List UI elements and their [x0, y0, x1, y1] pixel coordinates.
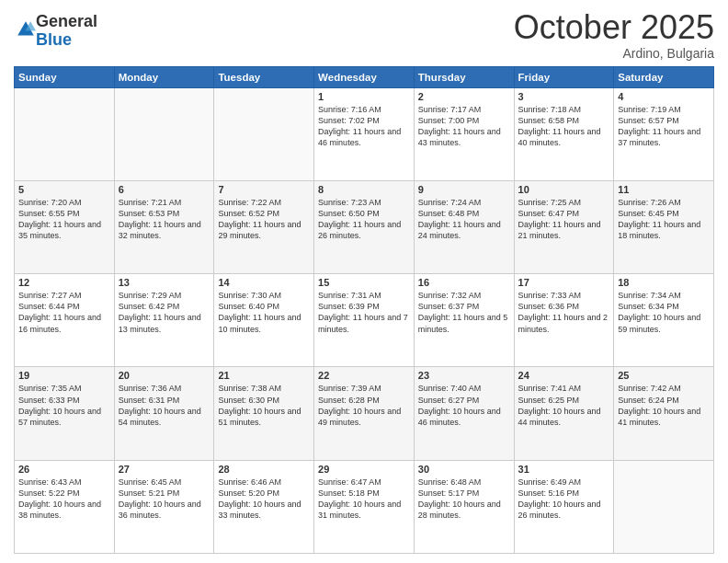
day-number: 11 — [618, 184, 710, 195]
sunrise-label: Sunrise: 6:46 AM — [218, 477, 281, 487]
sunrise-label: Sunrise: 6:43 AM — [18, 477, 82, 487]
sunset-label: Sunset: 6:36 PM — [518, 302, 580, 311]
day-info: Sunrise: 7:19 AM Sunset: 6:57 PM Dayligh… — [618, 104, 710, 149]
sunrise-label: Sunrise: 6:49 AM — [518, 477, 582, 487]
day-number: 7 — [218, 184, 310, 195]
sunrise-label: Sunrise: 7:41 AM — [518, 384, 582, 393]
sunrise-label: Sunrise: 7:33 AM — [518, 291, 582, 300]
daylight-label: Daylight: 11 hours and 35 minutes. — [18, 220, 101, 240]
daylight-label: Daylight: 10 hours and 46 minutes. — [418, 407, 501, 427]
daylight-label: Daylight: 11 hours and 10 minutes. — [218, 313, 301, 333]
sunset-label: Sunset: 6:33 PM — [18, 396, 80, 405]
sunrise-label: Sunrise: 7:22 AM — [218, 198, 281, 207]
sunset-label: Sunset: 6:53 PM — [119, 209, 180, 218]
header: General Blue October 2025 Ardino, Bulgar… — [14, 9, 714, 61]
table-row: 20 Sunrise: 7:36 AM Sunset: 6:31 PM Dayl… — [114, 367, 214, 460]
day-number: 30 — [418, 464, 510, 475]
sunrise-label: Sunrise: 6:47 AM — [318, 477, 381, 487]
day-info: Sunrise: 7:40 AM Sunset: 6:27 PM Dayligh… — [418, 383, 510, 428]
sunset-label: Sunset: 6:40 PM — [218, 302, 279, 311]
sunrise-label: Sunrise: 7:35 AM — [18, 384, 82, 393]
day-info: Sunrise: 7:31 AM Sunset: 6:39 PM Dayligh… — [318, 290, 410, 335]
daylight-label: Daylight: 11 hours and 13 minutes. — [119, 313, 201, 333]
sunset-label: Sunset: 5:21 PM — [119, 488, 180, 498]
table-row: 10 Sunrise: 7:25 AM Sunset: 6:47 PM Dayl… — [514, 180, 614, 273]
sunrise-label: Sunrise: 7:42 AM — [618, 384, 681, 393]
day-number: 12 — [18, 277, 110, 288]
day-info: Sunrise: 7:35 AM Sunset: 6:33 PM Dayligh… — [18, 383, 110, 428]
table-row: 31 Sunrise: 6:49 AM Sunset: 5:16 PM Dayl… — [514, 460, 614, 553]
table-row: 24 Sunrise: 7:41 AM Sunset: 6:25 PM Dayl… — [514, 367, 614, 460]
day-number: 23 — [418, 370, 510, 381]
col-monday: Monday — [114, 66, 214, 87]
table-row: 16 Sunrise: 7:32 AM Sunset: 6:37 PM Dayl… — [414, 274, 514, 367]
day-number: 8 — [318, 184, 410, 195]
sunset-label: Sunset: 6:58 PM — [518, 116, 580, 125]
daylight-label: Daylight: 11 hours and 2 minutes. — [518, 313, 609, 333]
daylight-label: Daylight: 10 hours and 36 minutes. — [119, 500, 201, 520]
table-row: 14 Sunrise: 7:30 AM Sunset: 6:40 PM Dayl… — [214, 274, 314, 367]
col-friday: Friday — [514, 66, 614, 87]
day-info: Sunrise: 7:25 AM Sunset: 6:47 PM Dayligh… — [518, 197, 610, 242]
sunrise-label: Sunrise: 7:39 AM — [318, 384, 381, 393]
table-row: 11 Sunrise: 7:26 AM Sunset: 6:45 PM Dayl… — [614, 180, 714, 273]
sunset-label: Sunset: 6:27 PM — [418, 396, 480, 405]
daylight-label: Daylight: 11 hours and 37 minutes. — [618, 127, 700, 147]
day-info: Sunrise: 7:38 AM Sunset: 6:30 PM Dayligh… — [218, 383, 310, 428]
day-number: 19 — [18, 370, 110, 381]
sunrise-label: Sunrise: 7:30 AM — [218, 291, 281, 300]
day-info: Sunrise: 6:46 AM Sunset: 5:20 PM Dayligh… — [218, 477, 310, 522]
calendar-header-row: Sunday Monday Tuesday Wednesday Thursday… — [15, 66, 714, 87]
day-info: Sunrise: 7:21 AM Sunset: 6:53 PM Dayligh… — [119, 197, 210, 242]
table-row: 28 Sunrise: 6:46 AM Sunset: 5:20 PM Dayl… — [214, 460, 314, 553]
sunrise-label: Sunrise: 7:32 AM — [418, 291, 482, 300]
day-number: 14 — [218, 277, 310, 288]
day-info: Sunrise: 7:41 AM Sunset: 6:25 PM Dayligh… — [518, 383, 610, 428]
sunset-label: Sunset: 5:17 PM — [418, 488, 480, 498]
title-block: October 2025 Ardino, Bulgaria — [514, 9, 714, 61]
sunset-label: Sunset: 6:42 PM — [119, 302, 180, 311]
daylight-label: Daylight: 10 hours and 54 minutes. — [119, 407, 201, 427]
location: Ardino, Bulgaria — [514, 46, 714, 61]
table-row: 2 Sunrise: 7:17 AM Sunset: 7:00 PM Dayli… — [414, 87, 514, 180]
sunrise-label: Sunrise: 7:19 AM — [618, 105, 681, 114]
table-row: 7 Sunrise: 7:22 AM Sunset: 6:52 PM Dayli… — [214, 180, 314, 273]
day-number: 6 — [119, 184, 210, 195]
day-info: Sunrise: 7:33 AM Sunset: 6:36 PM Dayligh… — [518, 290, 610, 335]
sunset-label: Sunset: 6:28 PM — [318, 396, 380, 405]
daylight-label: Daylight: 10 hours and 49 minutes. — [318, 407, 401, 427]
day-info: Sunrise: 7:20 AM Sunset: 6:55 PM Dayligh… — [18, 197, 110, 242]
sunset-label: Sunset: 6:45 PM — [618, 209, 679, 218]
col-wednesday: Wednesday — [314, 66, 415, 87]
daylight-label: Daylight: 11 hours and 40 minutes. — [518, 127, 601, 147]
sunset-label: Sunset: 6:57 PM — [618, 116, 679, 125]
table-row: 23 Sunrise: 7:40 AM Sunset: 6:27 PM Dayl… — [414, 367, 514, 460]
table-row: 8 Sunrise: 7:23 AM Sunset: 6:50 PM Dayli… — [314, 180, 415, 273]
logo-general-text: General — [36, 12, 97, 30]
sunrise-label: Sunrise: 7:21 AM — [119, 198, 182, 207]
day-info: Sunrise: 7:24 AM Sunset: 6:48 PM Dayligh… — [418, 197, 510, 242]
table-row: 19 Sunrise: 7:35 AM Sunset: 6:33 PM Dayl… — [15, 367, 115, 460]
sunset-label: Sunset: 5:20 PM — [218, 488, 279, 498]
sunrise-label: Sunrise: 6:48 AM — [418, 477, 482, 487]
sunset-label: Sunset: 6:31 PM — [119, 396, 180, 405]
calendar-week-row: 12 Sunrise: 7:27 AM Sunset: 6:44 PM Dayl… — [15, 274, 714, 367]
daylight-label: Daylight: 11 hours and 7 minutes. — [318, 313, 408, 333]
sunset-label: Sunset: 7:00 PM — [418, 116, 480, 125]
day-number: 2 — [418, 91, 510, 102]
daylight-label: Daylight: 11 hours and 46 minutes. — [318, 127, 401, 147]
table-row: 5 Sunrise: 7:20 AM Sunset: 6:55 PM Dayli… — [15, 180, 115, 273]
calendar-week-row: 1 Sunrise: 7:16 AM Sunset: 7:02 PM Dayli… — [15, 87, 714, 180]
day-info: Sunrise: 6:43 AM Sunset: 5:22 PM Dayligh… — [18, 477, 110, 522]
sunrise-label: Sunrise: 7:18 AM — [518, 105, 582, 114]
sunset-label: Sunset: 6:47 PM — [518, 209, 580, 218]
calendar-body: 1 Sunrise: 7:16 AM Sunset: 7:02 PM Dayli… — [15, 87, 714, 553]
day-info: Sunrise: 7:29 AM Sunset: 6:42 PM Dayligh… — [119, 290, 210, 335]
table-row: 21 Sunrise: 7:38 AM Sunset: 6:30 PM Dayl… — [214, 367, 314, 460]
day-number: 16 — [418, 277, 510, 288]
day-number: 31 — [518, 464, 610, 475]
col-saturday: Saturday — [614, 66, 714, 87]
day-number: 18 — [618, 277, 710, 288]
day-info: Sunrise: 7:26 AM Sunset: 6:45 PM Dayligh… — [618, 197, 710, 242]
sunset-label: Sunset: 5:16 PM — [518, 488, 580, 498]
